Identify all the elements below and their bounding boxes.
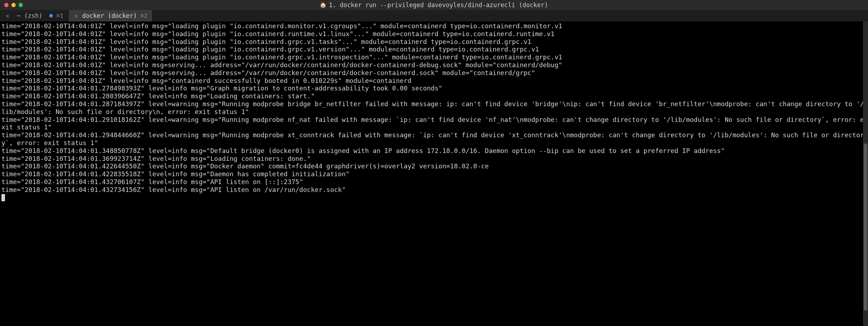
window-titlebar: 🏠 1. docker run --privileged davevoyles/…: [0, 0, 868, 10]
home-icon: 🏠: [320, 2, 327, 8]
tab-docker[interactable]: × docker (docker) ⌘2: [69, 10, 153, 21]
close-window-button[interactable]: [4, 3, 9, 7]
minimize-window-button[interactable]: [11, 3, 16, 7]
tab-label: docker (docker): [82, 12, 137, 19]
terminal-output[interactable]: time="2018-02-10T14:04:01Z" level=info m…: [0, 21, 868, 326]
activity-dot-icon: [49, 14, 53, 18]
tab-shortcut: ⌘2: [141, 13, 147, 19]
tab-label: ~ (zsh): [14, 12, 46, 19]
close-icon[interactable]: ×: [5, 13, 10, 19]
scrollbar[interactable]: [863, 21, 868, 326]
tab-zsh[interactable]: × ~ (zsh) ⌘1: [0, 10, 69, 21]
tab-bar: × ~ (zsh) ⌘1 × docker (docker) ⌘2: [0, 10, 868, 21]
window-title-text: 1. docker run --privileged davevoyles/di…: [329, 1, 548, 9]
terminal-cursor: [1, 194, 5, 201]
maximize-window-button[interactable]: [19, 3, 23, 7]
close-icon[interactable]: ×: [74, 13, 79, 19]
traffic-lights: [0, 3, 23, 7]
scrollbar-thumb[interactable]: [864, 143, 867, 311]
tab-shortcut: ⌘1: [56, 13, 63, 19]
window-title: 🏠 1. docker run --privileged davevoyles/…: [320, 1, 548, 9]
